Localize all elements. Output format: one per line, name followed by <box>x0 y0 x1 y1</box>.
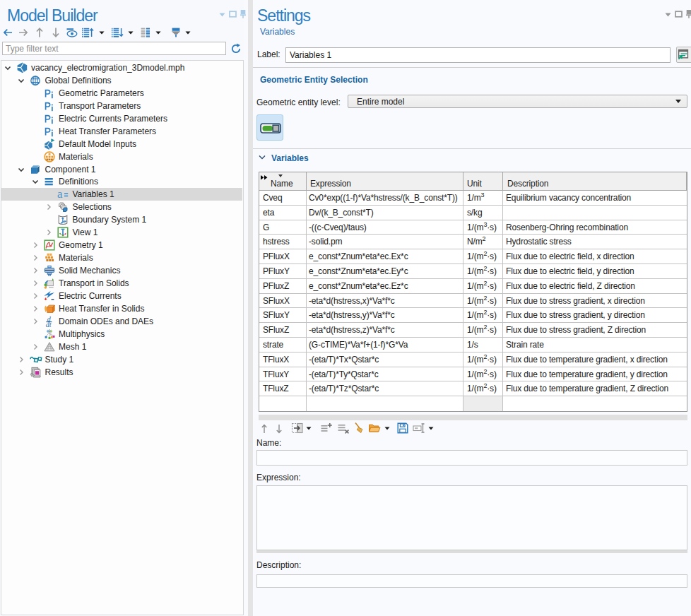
svg-text:a: a <box>57 189 63 200</box>
svg-text:dt: dt <box>45 321 51 327</box>
